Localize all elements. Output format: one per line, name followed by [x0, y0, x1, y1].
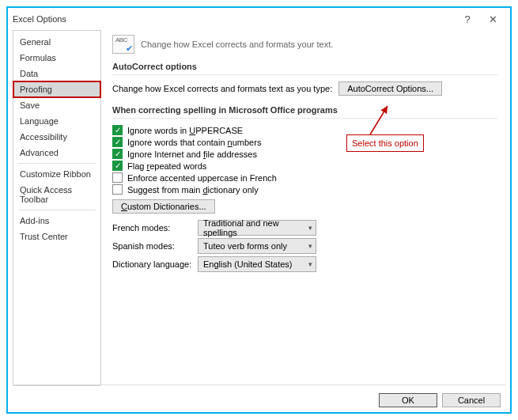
check-ignore-internet[interactable]: ✓ Ignore Internet and file addresses: [112, 149, 497, 159]
spanish-modes-label: Spanish modes:: [112, 241, 198, 251]
autocorrect-options-button[interactable]: AutoCorrect Options...: [338, 81, 442, 96]
autocorrect-prompt: Change how Excel corrects and formats te…: [112, 84, 332, 93]
spelling-heading: When correcting spelling in Microsoft Of…: [112, 105, 497, 115]
french-modes-dropdown[interactable]: Traditional and new spellings ▾: [198, 220, 316, 236]
annotation-callout: Select this option: [346, 134, 424, 152]
custom-dictionaries-button[interactable]: Custom Dictionaries...: [112, 199, 215, 214]
check-accented-french[interactable]: Enforce accented uppercase in French: [112, 172, 497, 183]
hero-text: Change how Excel corrects and formats yo…: [141, 40, 333, 49]
checkbox-icon: ✓: [112, 161, 123, 171]
check-label: Flag repeated words: [127, 161, 206, 171]
sidebar-item-general[interactable]: General: [13, 34, 100, 50]
annotation-text: Select this option: [352, 138, 418, 148]
divider: [112, 74, 497, 75]
btn-rest: ustom Dictionaries...: [127, 202, 206, 211]
dropdown-value: English (United States): [203, 259, 293, 269]
sidebar-item-data[interactable]: Data: [13, 66, 100, 81]
check-label: Enforce accented uppercase in French: [127, 173, 277, 183]
title-bar: Excel Options ? ✕: [8, 8, 510, 30]
check-main-dictionary-only[interactable]: Suggest from main dictionary only: [112, 184, 497, 195]
autocorrect-heading: AutoCorrect options: [112, 62, 497, 71]
main-panel: Change how Excel corrects and formats yo…: [101, 30, 510, 386]
dictionary-language-dropdown[interactable]: English (United States) ▾: [198, 256, 316, 272]
abc-check-icon: [112, 35, 134, 54]
chevron-down-icon: ▾: [308, 242, 312, 250]
check-label: Ignore words in UPPERCASE: [127, 126, 243, 135]
footer-divider: [13, 384, 505, 385]
sidebar-item-advanced[interactable]: Advanced: [13, 145, 100, 161]
checkbox-icon: [112, 184, 123, 195]
divider: [112, 118, 497, 119]
check-ignore-numbers[interactable]: ✓ Ignore words that contain numbers: [112, 137, 497, 147]
sidebar-item-add-ins[interactable]: Add-ins: [13, 213, 100, 229]
cancel-button[interactable]: Cancel: [442, 393, 501, 407]
ok-button[interactable]: OK: [379, 393, 437, 407]
check-ignore-uppercase[interactable]: ✓ Ignore words in UPPERCASE: [112, 125, 497, 135]
close-button[interactable]: ✕: [480, 13, 505, 25]
dialog-footer: OK Cancel: [379, 393, 501, 407]
check-label: Ignore Internet and file addresses: [127, 149, 257, 159]
hero: Change how Excel corrects and formats yo…: [112, 35, 497, 54]
checkbox-icon: ✓: [112, 149, 123, 159]
chevron-down-icon: ▾: [308, 224, 312, 232]
check-label: Suggest from main dictionary only: [127, 185, 259, 195]
excel-options-dialog: Excel Options ? ✕ General Formulas Data …: [6, 6, 512, 414]
sidebar-item-trust-center[interactable]: Trust Center: [13, 229, 100, 244]
sidebar-item-formulas[interactable]: Formulas: [13, 50, 100, 66]
check-label: Ignore words that contain numbers: [127, 138, 261, 147]
sidebar-item-quick-access-toolbar[interactable]: Quick Access Toolbar: [13, 182, 100, 207]
dropdown-value: Tuteo verb forms only: [203, 241, 287, 251]
check-flag-repeated[interactable]: ✓ Flag repeated words: [112, 161, 497, 171]
sidebar-separator: [18, 163, 96, 164]
sidebar-separator: [18, 210, 96, 210]
category-sidebar: General Formulas Data Proofing Save Lang…: [13, 30, 101, 386]
checkbox-icon: ✓: [112, 137, 123, 147]
window-title: Excel Options: [13, 14, 455, 24]
sidebar-item-language[interactable]: Language: [13, 113, 100, 129]
sidebar-item-save[interactable]: Save: [13, 97, 100, 113]
french-modes-label: French modes:: [112, 223, 198, 233]
checkbox-icon: ✓: [112, 125, 123, 135]
spanish-modes-dropdown[interactable]: Tuteo verb forms only ▾: [198, 238, 316, 254]
checkbox-icon: [112, 172, 123, 183]
dropdown-value: Traditional and new spellings: [203, 218, 308, 237]
chevron-down-icon: ▾: [308, 260, 312, 268]
sidebar-item-accessibility[interactable]: Accessibility: [13, 129, 100, 145]
sidebar-item-proofing[interactable]: Proofing: [13, 81, 100, 97]
sidebar-item-customize-ribbon[interactable]: Customize Ribbon: [13, 166, 100, 182]
dictionary-language-label: Dictionary language:: [112, 259, 198, 269]
help-button[interactable]: ?: [455, 13, 480, 25]
